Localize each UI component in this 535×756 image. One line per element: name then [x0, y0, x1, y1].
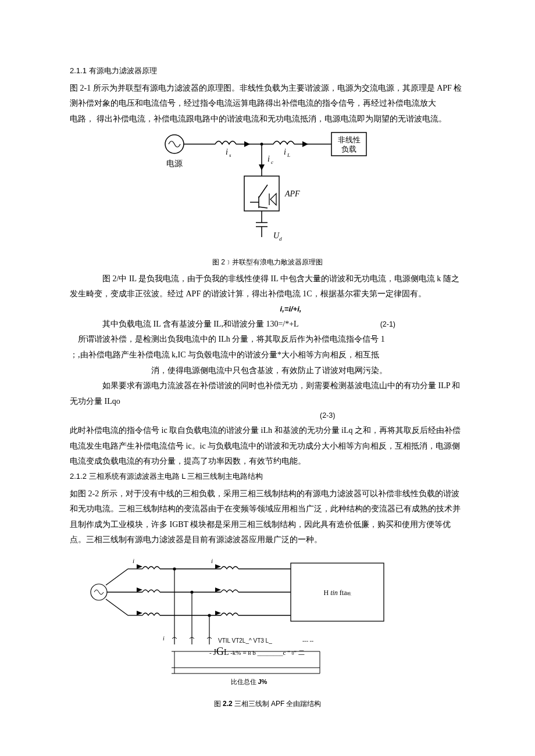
svg-marker-42: [215, 611, 221, 615]
section-2-1-1-p1: 图 2-1 所示为并联型有源电力滤波器的原理图。非线性负载为主要谐波源，电源为交…: [70, 81, 465, 112]
svg-marker-41: [137, 611, 142, 615]
source-label: 电源: [166, 159, 183, 168]
apf-label: APF: [284, 189, 300, 198]
svg-point-49: [173, 568, 176, 570]
svg-text:c: c: [271, 159, 273, 165]
svg-marker-40: [215, 587, 221, 592]
eq-2-3: (2-3): [320, 409, 465, 423]
load-label-1: 非线性: [338, 135, 361, 144]
svg-line-17: [259, 207, 268, 208]
figure-2-2-caption: 图 2.2 图 2.2 三相三线制 APF 全由踹结构三相三线制 APF 全由踹…: [70, 697, 465, 711]
after-fig1-p1: 图 2/中 IL 是负我电流，由于负我的非线性使得 IL 中包含大量的谐波和无功…: [70, 271, 465, 302]
figure-2-2: i i H tin fta欧 i VTIL VT2L_^ VT3 L_ --- …: [87, 551, 465, 697]
bridge-row: - JGL -k% ≡ B b ________c " 0" 二: [209, 646, 305, 657]
formula-1: i,=i/+i,: [116, 302, 465, 317]
svg-point-50: [191, 591, 193, 593]
three-phase-apf-diagram: i i H tin fta欧 i VTIL VT2L_^ VT3 L_ --- …: [87, 551, 407, 691]
apf-principle-diagram: i s i L 非线性 负载 电源 i c APF U d: [157, 127, 378, 249]
ic-label: i: [268, 155, 270, 163]
svg-line-16: [259, 185, 268, 198]
svg-text:i: i: [211, 557, 213, 564]
svg-text:L: L: [287, 152, 290, 158]
svg-marker-11: [259, 164, 265, 170]
svg-text:---  --: --- --: [302, 637, 313, 644]
il-components-text: 其中负载电流 IL 含有基波分量 IL,和谐波分量 130=/*+L: [70, 317, 299, 332]
vt-labels: VTIL VT2L_^ VT3 L_: [218, 637, 272, 644]
svg-marker-37: [137, 564, 142, 569]
load-label-2: 负载: [341, 145, 356, 153]
harmonic-comp-p2: ；,由补偿电路产生补偿电流 k,IC 与负毂电流中的谐波分量*大小相等方向相反，…: [70, 347, 465, 363]
il-label: i: [284, 148, 286, 156]
svg-marker-18: [270, 194, 276, 205]
figure-2-1-caption: 图 2﹞并联型有浪电力敞波器原理图: [70, 256, 465, 269]
is-label: i: [226, 148, 228, 156]
harmonic-comp-p3: 消，使得电源侧电流中只包含基波，有效防止了谐波对电网污染。: [70, 363, 465, 379]
svg-text:i: i: [133, 557, 134, 564]
svg-point-51: [208, 614, 211, 617]
section-2-1-1-heading: 2.1.1 有源电力滤波器原理: [70, 64, 465, 78]
section-2-1-1-p2: 电路， 得出补偿电流，补偿电流跟电路中的谐波电流和无功电流抵消，电源电流即为期望…: [70, 112, 465, 127]
svg-text:d: d: [279, 236, 282, 242]
conclusion-p: 此时补偿电流的指令信号 ic 取自负载电流的谐波分量 iLh 和基波的无功分量 …: [70, 423, 465, 470]
svg-line-26: [106, 569, 128, 585]
svg-text:s: s: [229, 152, 231, 158]
harmonic-comp-p1: 所谓谐波补偿，是检测出负我电流中的 ILh 分量，将其取反后作为补偿电流指令信号…: [70, 332, 465, 347]
eq-2-1: (2-1): [380, 318, 395, 332]
section-2-1-2-p1: 如图 2-2 所示，对于没有中线的三相负载，采用三相三线制结构的有源电力滤波器可…: [70, 486, 465, 548]
svg-marker-39: [137, 587, 142, 592]
section-2-1-2-heading: 2.1.2 三相系统有源滤波器主电路 L 三相三线制主电路结构: [70, 470, 465, 484]
svg-marker-6: [302, 141, 308, 147]
svg-marker-38: [215, 564, 221, 569]
svg-text:i: i: [163, 635, 165, 642]
figure-2-1: i s i L 非线性 负载 电源 i c APF U d: [70, 127, 465, 268]
load-box-label: H tin fta欧: [324, 589, 351, 597]
svg-marker-4: [244, 141, 250, 147]
reactive-comp-p: 如果要求有源电力流波器在补偿谐波的同时也补偿无功，则需要检测基波电流山中的有功分…: [70, 378, 465, 409]
svg-line-33: [106, 599, 128, 615]
fig2-bottom-label: 比住总住 J%: [231, 678, 268, 685]
